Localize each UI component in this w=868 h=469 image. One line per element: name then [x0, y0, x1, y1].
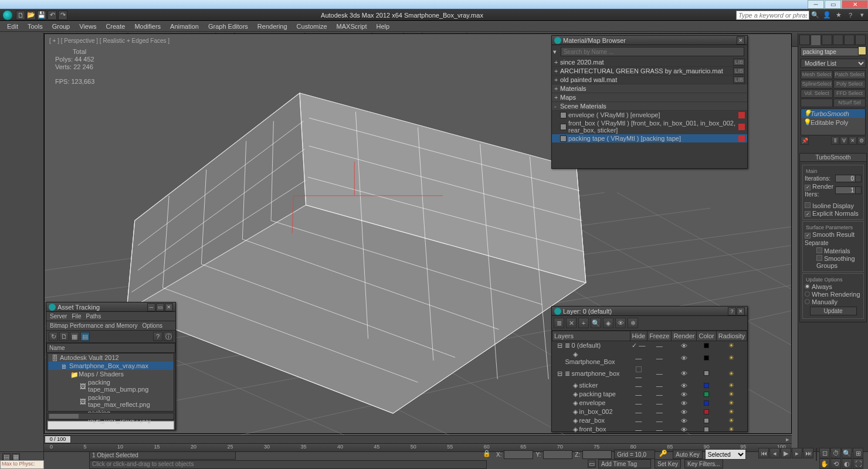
menu-grapheditors[interactable]: Graph Editors — [204, 23, 253, 30]
motion-tab[interactable] — [833, 35, 843, 45]
asset-list-button[interactable]: ▤ — [80, 332, 90, 341]
time-slider-handle[interactable]: 0 / 100 — [45, 436, 71, 443]
layer-select-button[interactable]: 🔍 — [591, 318, 601, 328]
asset-help-button[interactable]: ? — [153, 332, 162, 341]
layer-row[interactable]: ◈ in_box_002 ——👁☀ — [552, 407, 747, 416]
update-render-radio[interactable] — [805, 291, 810, 297]
goto-start-button[interactable]: ⏮ — [758, 448, 769, 458]
qa-redo-button[interactable]: ↷ — [58, 11, 67, 20]
show-end-result-button[interactable]: Ⅱ — [831, 137, 839, 145]
layer-highlight-button[interactable]: ◈ — [603, 318, 613, 328]
next-frame-button[interactable]: ▸ — [792, 448, 802, 458]
zoom-button[interactable]: 🔍 — [842, 448, 852, 458]
qa-undo-button[interactable]: ↶ — [48, 11, 57, 20]
scene-material-row[interactable]: packing tape ( VRayMtl ) [packing tape] — [552, 134, 747, 142]
time-config-button[interactable]: ⏱ — [830, 448, 841, 458]
update-always-radio[interactable] — [805, 284, 810, 289]
menu-tools[interactable]: Tools — [23, 23, 48, 30]
modifier-preset-button[interactable] — [801, 98, 833, 107]
layer-row[interactable]: ◈ sticker ——👁☀ — [552, 381, 747, 390]
object-color-swatch[interactable] — [858, 46, 866, 55]
asset-refresh-button[interactable]: ↻ — [49, 332, 58, 341]
asset-info-button[interactable]: ⓘ — [164, 332, 173, 341]
window-close-button[interactable]: ✕ — [842, 0, 868, 9]
search-icon[interactable]: 🔍 — [811, 11, 820, 20]
object-name-input[interactable] — [801, 47, 860, 56]
layer-row[interactable]: ⊟ ≣ smartphone_box ——👁☀ — [552, 366, 747, 381]
maximize-viewport-button[interactable]: ⛶ — [853, 458, 863, 469]
material-search-input[interactable] — [561, 47, 744, 56]
spinner-arrows-icon[interactable] — [856, 186, 862, 194]
qa-open-button[interactable]: 📂 — [26, 11, 36, 20]
layer-row[interactable]: ⊟ ≣ 0 (default)✓ ——👁☀ — [552, 341, 747, 351]
dropdown-icon[interactable]: ▾ — [857, 11, 867, 20]
goto-end-button[interactable]: ⏭ — [803, 448, 813, 458]
isoline-check[interactable] — [805, 202, 811, 208]
layer-delete-button[interactable]: ✕ — [566, 318, 577, 328]
material-lib-row[interactable]: +old painted wall.matLIB — [552, 76, 747, 84]
isolate-button[interactable]: ⊡ — [819, 448, 830, 458]
modifier-preset-button[interactable]: Mesh Select — [801, 70, 833, 79]
help-search-input[interactable] — [736, 11, 809, 20]
asset-scrollbar[interactable] — [48, 413, 174, 420]
menu-help[interactable]: Help — [372, 23, 395, 30]
asset-menu-paths[interactable]: Paths — [86, 313, 101, 320]
asset-name-column[interactable]: Name — [46, 343, 175, 353]
autokey-button[interactable]: Auto Key — [673, 450, 703, 459]
menu-views[interactable]: Views — [74, 23, 101, 30]
menu-animation[interactable]: Animation — [165, 23, 204, 30]
render-iters-input[interactable] — [835, 186, 856, 194]
modifier-preset-button[interactable]: Patch Select — [833, 70, 866, 79]
scene-material-row[interactable]: front_box ( VRayMtl ) [front_box, in_box… — [552, 119, 747, 134]
iterations-input[interactable] — [835, 175, 856, 182]
close-icon[interactable]: ✕ — [737, 307, 745, 315]
layer-col-radiosity[interactable]: Radiosity — [716, 331, 747, 341]
modifier-preset-button[interactable]: Poly Select — [833, 80, 866, 89]
update-manual-radio[interactable] — [805, 299, 810, 304]
asset-menu-item[interactable]: Options — [143, 322, 162, 329]
asset-file-button[interactable]: 🗋 — [59, 332, 69, 341]
menu-edit[interactable]: Edit — [2, 23, 23, 30]
modifier-stack-item[interactable]: 💡Editable Poly — [801, 118, 865, 127]
coord-x-input[interactable] — [504, 450, 533, 459]
layer-row[interactable]: ◈ Smartphone_Box ——👁☀ — [552, 350, 747, 366]
layer-row[interactable]: ◈ rear_box ——👁☀ — [552, 416, 747, 425]
modifier-list-select[interactable]: Modifier List — [801, 59, 866, 68]
explicit-normals-check[interactable]: ✓ — [805, 211, 811, 217]
layer-col-freeze[interactable]: Freeze — [647, 331, 672, 341]
maxscript-mini-listener[interactable]: Max to Physc: — [0, 460, 44, 469]
asset-menu-server[interactable]: Server — [50, 313, 67, 320]
modify-tab[interactable] — [811, 35, 821, 45]
qa-save-button[interactable]: 💾 — [37, 11, 46, 20]
asset-tree-item[interactable]: 🖼packing tape_max_reflect.png — [48, 393, 174, 409]
modifier-preset-button[interactable]: NSurf Sel — [833, 98, 866, 107]
help-icon[interactable]: ? — [728, 307, 736, 315]
update-button[interactable]: Update — [810, 307, 857, 315]
viewport-label[interactable]: [ + ] [ Perspective ] [ Realistic + Edge… — [49, 38, 169, 44]
menu-customize[interactable]: Customize — [292, 23, 332, 30]
modifier-preset-button[interactable]: Vol. Select — [801, 89, 833, 98]
add-timetag-button[interactable]: Add Time Tag — [598, 459, 651, 468]
asset-tree-item[interactable]: 🖼packing tape_max_bump.png — [48, 378, 174, 393]
create-tab[interactable] — [799, 35, 810, 45]
layer-row[interactable]: ◈ front_box ——👁☀ — [552, 425, 747, 434]
menu-rendering[interactable]: Rendering — [253, 23, 292, 30]
configure-button[interactable]: ⚙ — [857, 137, 866, 145]
asset-tree-item[interactable]: 🗎Smartphone_Box_vray.max — [48, 362, 174, 370]
minimize-icon[interactable]: ─ — [147, 303, 155, 311]
asset-menu-file[interactable]: File — [72, 313, 81, 320]
modifier-stack-item[interactable]: 💡TurboSmooth — [801, 109, 865, 118]
material-lib-row[interactable]: +since 2020.matLIB — [552, 58, 747, 67]
modifier-preset-button[interactable]: FFD Select — [833, 89, 866, 98]
sep-materials-check[interactable] — [816, 247, 822, 253]
layer-add-button[interactable]: + — [578, 318, 589, 328]
hierarchy-tab[interactable] — [822, 35, 832, 45]
asset-grid-button[interactable]: ▦ — [70, 332, 79, 341]
asset-menu-item[interactable]: Bitmap Performance and Memory — [50, 322, 138, 329]
keyfilters-button[interactable]: Key Filters... — [684, 459, 723, 468]
display-tab[interactable] — [844, 35, 855, 45]
menu-create[interactable]: Create — [101, 23, 130, 30]
layer-col-layers[interactable]: Layers — [552, 331, 630, 341]
time-slider-track[interactable]: ▸ — [44, 435, 792, 443]
sep-sg-check[interactable] — [816, 255, 822, 261]
